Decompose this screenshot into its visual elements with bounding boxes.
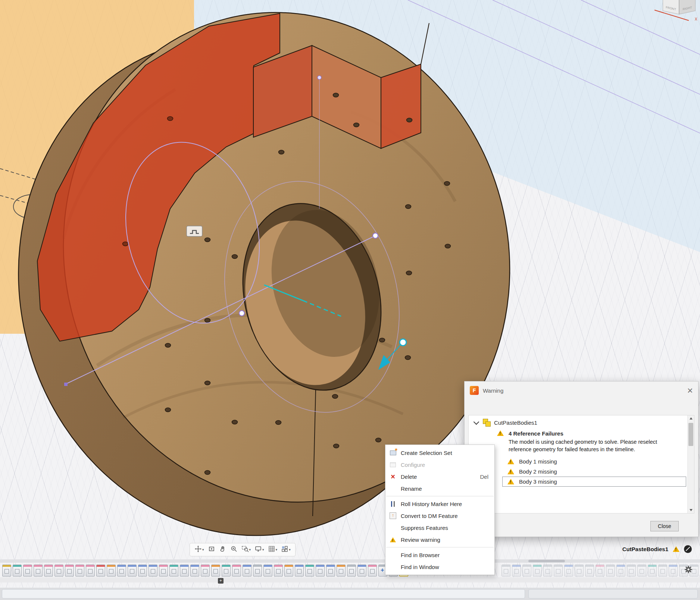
chevron-down-icon[interactable]: ▾ — [289, 548, 291, 552]
timeline-feature-icon[interactable] — [159, 565, 168, 577]
zoom-window-tool-button[interactable]: ▾ — [240, 544, 253, 555]
timeline-feature-icon[interactable] — [263, 565, 272, 577]
timeline-feature-icon[interactable] — [357, 565, 366, 577]
warning-body-row[interactable]: Body 2 missing — [469, 467, 687, 477]
timeline-feature-icon[interactable] — [23, 565, 32, 577]
timeline-feature-icon[interactable] — [658, 565, 667, 577]
timeline-feature-icon[interactable] — [606, 565, 615, 577]
timeline-feature-icon[interactable] — [253, 565, 262, 577]
timeline-feature-icon[interactable] — [337, 565, 346, 577]
timeline-feature-icon[interactable] — [86, 565, 95, 577]
timeline-feature-icon[interactable] — [117, 565, 126, 577]
close-button[interactable]: Close — [650, 521, 679, 531]
chevron-down-icon[interactable] — [474, 419, 479, 425]
timeline-feature-icon[interactable] — [75, 565, 84, 577]
gear-icon[interactable] — [684, 565, 693, 574]
timeline-feature-icon[interactable] — [211, 565, 220, 577]
timeline-feature-icon[interactable] — [180, 565, 189, 577]
timeline-feature-icon[interactable] — [512, 565, 521, 577]
slot-handle-widget[interactable] — [187, 226, 202, 236]
timeline-feature-icon[interactable] — [54, 565, 63, 577]
chevron-down-icon[interactable]: ▾ — [262, 548, 264, 552]
close-icon[interactable]: × — [687, 387, 693, 394]
timeline-feature-icon[interactable] — [543, 565, 552, 577]
timeline-feature-icon[interactable] — [232, 565, 241, 577]
chevron-down-icon[interactable]: ▾ — [276, 548, 278, 552]
timeline-feature-icon[interactable] — [149, 565, 157, 577]
menu-item-find-in-browser[interactable]: Find in Browser — [385, 549, 494, 561]
timeline-feature-icon[interactable] — [616, 565, 625, 577]
position-tool-button[interactable]: ▾ — [193, 544, 206, 555]
failure-feature-row[interactable]: CutPasteBodies1 — [469, 415, 687, 429]
timeline-feature-icon[interactable] — [295, 565, 304, 577]
warning-body-row[interactable]: Body 3 missing — [469, 477, 687, 487]
timeline-feature-icon[interactable] — [575, 565, 584, 577]
timeline-feature-icon[interactable] — [554, 565, 563, 577]
timeline-feature-icon[interactable] — [201, 565, 210, 577]
timeline-feature-icon[interactable] — [243, 565, 251, 577]
timeline-feature-icon[interactable] — [222, 565, 231, 577]
timeline-feature-icon[interactable] — [169, 565, 178, 577]
timeline-feature-icon[interactable] — [669, 565, 678, 577]
menu-item-review-warning[interactable]: Review warning — [385, 534, 494, 546]
menu-item-find-in-window[interactable]: Find in Window — [385, 561, 494, 573]
timeline-feature-icon[interactable] — [627, 565, 636, 577]
chevron-down-icon[interactable]: ▾ — [202, 548, 204, 552]
viewcube[interactable]: FRONT RIGHT X — [660, 0, 700, 26]
timeline-feature-icon[interactable] — [13, 565, 22, 577]
timeline-feature-icon[interactable] — [305, 565, 314, 577]
timeline-feature-icon[interactable] — [564, 565, 573, 577]
timeline-feature-icon[interactable] — [326, 565, 335, 577]
dialog-scrollbar[interactable] — [687, 415, 694, 513]
fit-view-button[interactable] — [206, 544, 217, 555]
timeline-scroll-thumb[interactable] — [528, 560, 565, 562]
menu-item-delete[interactable]: ×DeleteDel — [385, 471, 494, 483]
sketch-point-marker[interactable] — [239, 311, 244, 316]
timeline-feature-icon[interactable] — [44, 565, 53, 577]
blocked-icon[interactable] — [684, 545, 692, 553]
menu-item-convert-to-dm-feature[interactable]: ↑Convert to DM Feature — [385, 510, 494, 522]
warning-icon[interactable] — [673, 546, 679, 552]
grid-display-button[interactable]: ▾ — [266, 544, 279, 555]
scroll-down-icon[interactable] — [688, 507, 694, 513]
timeline-feature-icon[interactable] — [368, 565, 377, 577]
timeline-feature-icon[interactable] — [107, 565, 116, 577]
timeline-feature-icon[interactable] — [533, 565, 542, 577]
pan-tool-button[interactable] — [218, 544, 228, 555]
timeline-feature-icon[interactable] — [274, 565, 283, 577]
timeline-feature-icon[interactable] — [637, 565, 646, 577]
timeline-add-marker[interactable]: + — [218, 578, 224, 584]
menu-item-suppress-features[interactable]: Suppress Features — [385, 522, 494, 534]
timeline-scrollbar[interactable] — [0, 559, 700, 563]
timeline-feature-icon[interactable] — [347, 565, 356, 577]
scroll-up-icon[interactable] — [688, 415, 694, 421]
chevron-down-icon[interactable]: ▾ — [249, 548, 251, 552]
timeline-feature-icon[interactable] — [96, 565, 105, 577]
timeline-feature-icon[interactable] — [284, 565, 293, 577]
zoom-tool-button[interactable] — [229, 544, 239, 555]
timeline-feature-icon[interactable] — [648, 565, 657, 577]
timeline-settings[interactable] — [684, 565, 693, 575]
viewcube-front-face[interactable]: FRONT — [663, 0, 679, 15]
timeline-feature-icon[interactable] — [34, 565, 43, 577]
timeline-feature-icon[interactable] — [501, 565, 510, 577]
timeline-feature-icon[interactable] — [522, 565, 531, 577]
menu-item-rename[interactable]: Rename — [385, 483, 494, 494]
timeline-feature-icon[interactable] — [128, 565, 137, 577]
timeline-feature-icon[interactable] — [65, 565, 74, 577]
sketch-point-marker[interactable] — [373, 233, 378, 238]
viewcube-right-face[interactable]: RIGHT — [679, 0, 696, 15]
timeline-feature-icon[interactable] — [585, 565, 594, 577]
menu-item-create-selection-set[interactable]: ★Create Selection Set — [385, 447, 494, 459]
timeline-feature-icon[interactable] — [596, 565, 604, 577]
dialog-title-bar[interactable]: F Warning × — [465, 381, 698, 399]
warning-body-row[interactable]: Body 1 missing — [469, 456, 687, 467]
timeline-feature-icon[interactable] — [316, 565, 325, 577]
timeline-feature-icon[interactable] — [2, 565, 11, 577]
viewport-layout-button[interactable]: ▾ — [279, 544, 292, 555]
scrollbar-thumb[interactable] — [688, 423, 693, 446]
timeline-feature-icon[interactable] — [138, 565, 147, 577]
menu-item-roll-history-marker-here[interactable]: Roll History Marker Here — [385, 498, 494, 510]
timeline-feature-icon[interactable] — [190, 565, 199, 577]
display-settings-button[interactable]: ▾ — [253, 544, 266, 555]
